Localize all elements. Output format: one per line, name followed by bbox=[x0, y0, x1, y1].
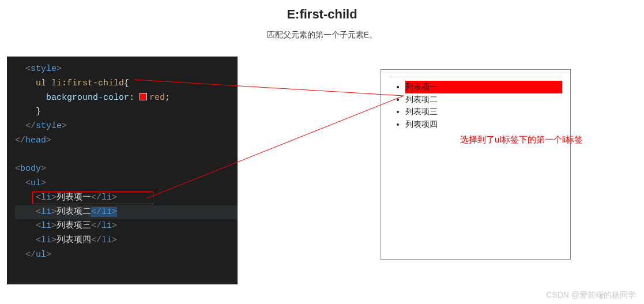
css-property: background-color bbox=[46, 93, 129, 103]
page-title: E:first-child bbox=[0, 7, 644, 22]
list-item: 列表项三 bbox=[405, 106, 562, 118]
annotation-text: 选择到了ul标签下的第一个li标签 bbox=[460, 134, 583, 145]
list-item: 列表项四 bbox=[405, 118, 562, 131]
content-area: <style> ul li:first-child{ background-co… bbox=[0, 57, 644, 299]
li-line-3: <li>列表项三</li> bbox=[15, 219, 238, 234]
css-value: red bbox=[149, 93, 165, 103]
divider bbox=[389, 77, 562, 77]
page-subtitle: 匹配父元素的第一个子元素E。 bbox=[0, 30, 644, 40]
list-item: 列表项二 bbox=[405, 93, 562, 106]
color-swatch bbox=[140, 93, 147, 100]
li-line-4: <li>列表项四</li> bbox=[15, 234, 238, 248]
li-line-2: <li>列表项二</li> bbox=[15, 205, 238, 220]
list-item: 列表项一 bbox=[405, 81, 562, 93]
preview-list: 列表项一 列表项二 列表项三 列表项四 bbox=[389, 81, 562, 131]
code-editor: <style> ul li:first-child{ background-co… bbox=[7, 57, 238, 284]
preview-panel: 列表项一 列表项二 列表项三 列表项四 bbox=[381, 69, 571, 260]
selector-line: ul li:first-child{ bbox=[15, 77, 238, 91]
style-tag: style bbox=[31, 64, 57, 74]
watermark: CSDN @爱前端的杨同学 bbox=[546, 290, 636, 301]
li-line-1: <li>列表项一</li> bbox=[15, 191, 238, 205]
